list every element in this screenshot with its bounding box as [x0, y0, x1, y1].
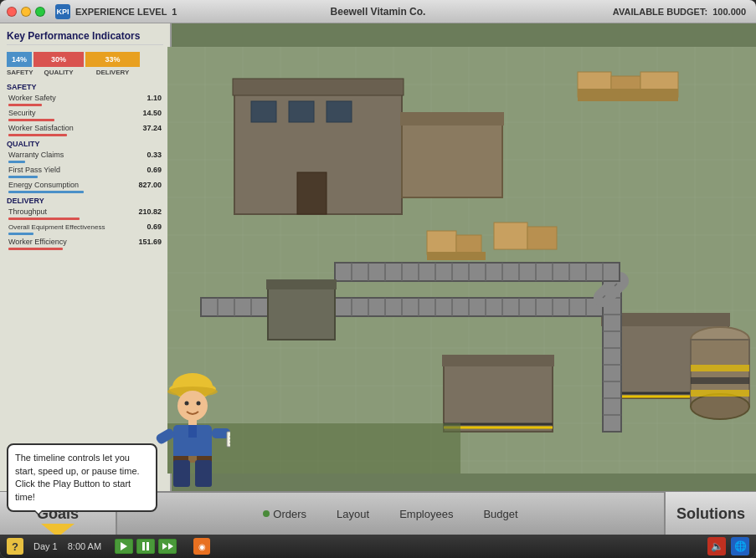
kpi-item-oee: Overall Equipment Effectiveness 0.69 [7, 222, 163, 232]
category-quality: QUALITY [7, 140, 163, 148]
time-indicator: 8:00 AM [68, 541, 101, 551]
svg-rect-29 [691, 390, 749, 397]
bar-labels: SAFETY QUALITY DELIVERY [7, 69, 163, 76]
svg-rect-83 [444, 356, 553, 432]
pause-icon [142, 542, 149, 550]
svg-point-92 [185, 402, 189, 406]
delivery-bar: 33% [85, 52, 140, 67]
svg-rect-81 [268, 281, 335, 340]
quality-bar: 30% [33, 52, 84, 67]
svg-rect-84 [442, 355, 554, 366]
status-right-controls: 🔈 🌐 [707, 537, 749, 555]
budget-display: AVAILABLE BUDGET: 100.000 [613, 7, 746, 17]
kpi-item-energy: Energy Consumption 827.00 [7, 180, 163, 190]
svg-rect-9 [402, 114, 502, 197]
play-button[interactable] [115, 539, 133, 554]
svg-rect-7 [327, 101, 352, 122]
delivery-bar-label: DELIVERY [85, 69, 140, 76]
budget-nav-item[interactable]: Budget [468, 504, 532, 524]
svg-rect-55 [603, 281, 621, 432]
safety-bar-label: SAFETY [7, 69, 32, 76]
svg-rect-99 [173, 460, 190, 487]
svg-rect-28 [691, 377, 749, 384]
svg-rect-94 [188, 419, 197, 426]
svg-rect-6 [289, 101, 314, 122]
orders-dot [263, 510, 270, 517]
kpi-item-security: Security 14.50 [7, 108, 163, 118]
svg-rect-10 [400, 112, 504, 125]
fast-forward-icon [162, 543, 173, 550]
svg-rect-16 [456, 235, 481, 254]
employees-nav-item[interactable]: Employees [384, 504, 468, 524]
svg-rect-3 [234, 80, 402, 214]
satisfaction-bar [8, 134, 67, 136]
svg-rect-18 [494, 223, 527, 249]
volume-button[interactable]: 🔈 [707, 537, 726, 555]
titlebar: KPI EXPERIENCE LEVEL 1 Beewell Vitamin C… [0, 0, 756, 23]
kpi-item-worker-efficiency: Worker Efficiency 151.69 [7, 237, 163, 247]
svg-rect-5 [251, 101, 276, 122]
layout-nav-item[interactable]: Layout [321, 504, 384, 524]
solutions-button[interactable]: Solutions [664, 492, 756, 535]
kpi-item-first-pass: First Pass Yield 0.69 [7, 165, 163, 175]
svg-rect-14 [578, 89, 678, 101]
svg-rect-4 [233, 79, 404, 95]
company-title: Beewell Vitamin Co. [331, 6, 426, 18]
tutorial-bubble: The timeline controls let you start, spe… [7, 443, 157, 512]
kpi-panel: Key Performance Indicators 14% 30% 33% S… [0, 23, 172, 491]
svg-rect-101 [155, 427, 176, 445]
kpi-panel-title: Key Performance Indicators [7, 30, 163, 45]
svg-rect-82 [266, 279, 337, 289]
game-area: Key Performance Indicators 14% 30% 33% S… [0, 23, 756, 558]
svg-rect-64 [335, 263, 620, 281]
svg-rect-25 [691, 340, 749, 407]
maximize-button[interactable] [35, 7, 45, 17]
security-bar [8, 119, 54, 121]
nav-items: Orders Layout Employees Budget [117, 504, 664, 524]
pause-button[interactable] [136, 539, 155, 554]
energy-bar [8, 191, 84, 193]
kpi-item-worker-safety: Worker Safety 1.10 [7, 93, 163, 103]
worker-safety-bar [8, 104, 42, 106]
minimize-button[interactable] [21, 7, 31, 17]
svg-rect-11 [578, 72, 611, 97]
svg-rect-15 [427, 231, 456, 254]
help-button[interactable]: ? [7, 538, 23, 555]
orders-nav-item[interactable]: Orders [248, 504, 321, 524]
svg-rect-2 [167, 47, 756, 474]
svg-rect-100 [195, 460, 212, 487]
window-controls [7, 7, 45, 17]
language-button[interactable]: 🌐 [731, 537, 749, 555]
kpi-bar-container: 14% 30% 33% [7, 52, 163, 67]
kpi-icon: KPI [55, 4, 70, 19]
worker-character [155, 368, 230, 489]
rss-button[interactable]: ◉ [193, 538, 210, 555]
factory-scene [167, 47, 756, 474]
category-safety: SAFETY [7, 83, 163, 91]
throughput-bar [8, 218, 80, 220]
svg-rect-8 [297, 172, 327, 214]
svg-rect-27 [691, 365, 749, 371]
close-button[interactable] [7, 7, 17, 17]
status-bar: ? Day 1 8:00 AM ◉ [0, 535, 756, 558]
svg-rect-96 [188, 425, 197, 438]
svg-rect-21 [601, 313, 730, 326]
day-indicator: Day 1 [33, 541, 58, 551]
kpi-item-warranty: Warranty Claims 0.33 [7, 150, 163, 160]
oee-bar [8, 233, 33, 235]
play-icon [121, 542, 127, 550]
worker-efficiency-bar [8, 248, 63, 250]
svg-point-26 [691, 394, 749, 419]
fast-forward-button[interactable] [158, 539, 177, 554]
svg-rect-19 [527, 227, 557, 249]
svg-rect-17 [427, 252, 486, 260]
safety-bar: 14% [7, 52, 32, 67]
kpi-badge: KPI EXPERIENCE LEVEL 1 [55, 4, 177, 19]
main-window: KPI EXPERIENCE LEVEL 1 Beewell Vitamin C… [0, 0, 756, 558]
category-delivery: DELIVERY [7, 197, 163, 205]
svg-rect-13 [640, 72, 678, 97]
kpi-item-satisfaction: Worker Satisfaction 37.24 [7, 123, 163, 133]
kpi-bars-section: 14% 30% 33% SAFETY QUALITY DELIVERY [7, 52, 163, 76]
first-pass-bar [8, 176, 38, 178]
svg-point-91 [177, 391, 208, 421]
